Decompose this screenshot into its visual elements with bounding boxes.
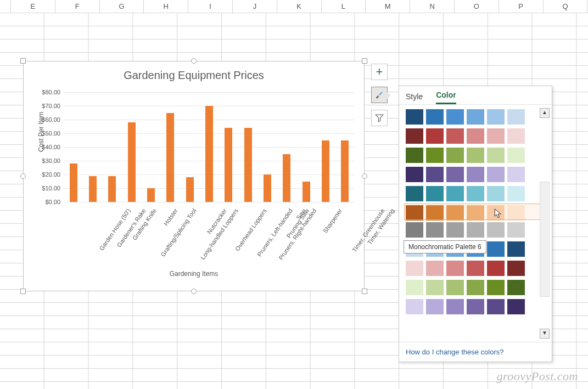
bar[interactable] bbox=[283, 154, 290, 202]
color-swatch bbox=[406, 186, 423, 201]
color-swatch bbox=[446, 167, 464, 182]
column-header[interactable]: Q bbox=[544, 0, 588, 13]
color-swatch bbox=[507, 109, 525, 125]
palette-option[interactable] bbox=[406, 109, 539, 125]
watermark: groovyPost.com bbox=[496, 369, 578, 384]
selection-handle[interactable] bbox=[20, 173, 26, 179]
palette-option[interactable] bbox=[406, 186, 539, 201]
plus-icon: + bbox=[376, 65, 383, 79]
color-swatch bbox=[446, 186, 464, 201]
color-swatch bbox=[467, 109, 484, 125]
selection-handle[interactable] bbox=[362, 289, 367, 294]
color-swatch bbox=[426, 299, 444, 314]
bar[interactable] bbox=[225, 128, 232, 202]
color-swatch bbox=[487, 186, 505, 201]
bar[interactable] bbox=[205, 106, 213, 202]
scrollbar-track[interactable] bbox=[540, 182, 550, 297]
color-swatch bbox=[507, 241, 525, 257]
color-swatch bbox=[507, 280, 525, 295]
color-swatch bbox=[467, 148, 484, 163]
palette-option[interactable] bbox=[406, 222, 539, 238]
color-swatch bbox=[426, 186, 444, 201]
column-header[interactable]: E bbox=[11, 0, 55, 13]
tab-style[interactable]: Style bbox=[406, 92, 423, 104]
bar[interactable] bbox=[341, 140, 349, 202]
palette-option[interactable] bbox=[406, 280, 539, 295]
chart-object[interactable]: Gardening Equipment Prices Cost Per Item… bbox=[23, 61, 365, 291]
palette-list[interactable]: ▲ ▼ bbox=[399, 105, 552, 342]
y-tick-label: $30.00 bbox=[42, 157, 64, 164]
bar[interactable] bbox=[322, 140, 329, 202]
palette-option[interactable] bbox=[406, 128, 539, 144]
selection-handle[interactable] bbox=[362, 173, 367, 179]
selection-handle[interactable] bbox=[191, 58, 197, 64]
bar[interactable] bbox=[89, 176, 97, 202]
column-header[interactable]: I bbox=[188, 0, 233, 13]
color-swatch bbox=[406, 261, 423, 276]
column-header[interactable]: N bbox=[410, 0, 455, 13]
color-swatch bbox=[487, 205, 505, 221]
bar[interactable] bbox=[70, 164, 77, 202]
chart-filters-button[interactable] bbox=[371, 110, 388, 126]
column-header[interactable]: F bbox=[55, 0, 100, 13]
tab-color[interactable]: Color bbox=[436, 91, 456, 104]
color-swatch bbox=[426, 261, 444, 276]
y-tick-label: $80.00 bbox=[42, 89, 64, 95]
x-tick-label: Sharpener bbox=[322, 207, 343, 234]
bar[interactable] bbox=[166, 113, 174, 202]
column-header[interactable]: O bbox=[455, 0, 499, 13]
color-swatch bbox=[406, 280, 423, 295]
palette-option[interactable] bbox=[406, 261, 539, 276]
color-swatch bbox=[446, 222, 464, 238]
bar[interactable] bbox=[108, 176, 116, 202]
column-header[interactable]: J bbox=[233, 0, 277, 13]
color-swatch bbox=[487, 167, 505, 182]
bar[interactable] bbox=[264, 174, 271, 202]
color-swatch bbox=[446, 205, 464, 221]
color-swatch bbox=[406, 167, 423, 182]
column-header[interactable]: P bbox=[499, 0, 544, 13]
scroll-down-button[interactable]: ▼ bbox=[540, 329, 550, 339]
color-swatch bbox=[426, 167, 444, 182]
bar[interactable] bbox=[303, 182, 310, 202]
column-header-row: EFGHIJKLMNOPQ bbox=[0, 0, 588, 13]
bar[interactable] bbox=[244, 128, 252, 202]
color-swatch bbox=[487, 109, 505, 125]
y-tick-label: $20.00 bbox=[42, 171, 64, 178]
selection-handle[interactable] bbox=[191, 289, 197, 294]
palette-tooltip: Monochromatic Palette 6 bbox=[404, 240, 486, 253]
chart-styles-button[interactable] bbox=[371, 87, 388, 103]
selection-handle[interactable] bbox=[362, 58, 367, 64]
bar[interactable] bbox=[147, 188, 155, 202]
chart-elements-button[interactable]: + bbox=[371, 64, 388, 80]
selection-handle[interactable] bbox=[20, 289, 26, 294]
x-axis-title[interactable]: Gardening Items bbox=[24, 270, 364, 278]
color-swatch bbox=[467, 222, 484, 238]
palette-option[interactable] bbox=[406, 167, 539, 182]
x-tick-label: Holster bbox=[163, 207, 179, 227]
color-swatch bbox=[487, 299, 505, 314]
column-header[interactable]: M bbox=[366, 0, 410, 13]
flyout-help-link[interactable]: How do I change these colors? bbox=[399, 342, 552, 362]
color-swatch bbox=[426, 280, 444, 295]
color-swatch bbox=[507, 128, 525, 144]
x-axis-labels[interactable]: Garden Hose (50')Gardener's RakeGrafting… bbox=[64, 204, 355, 270]
column-header[interactable]: H bbox=[144, 0, 188, 13]
color-swatch bbox=[406, 205, 423, 221]
palette-option[interactable] bbox=[406, 299, 539, 314]
color-swatch bbox=[487, 261, 505, 276]
bar[interactable] bbox=[128, 122, 136, 202]
bar[interactable] bbox=[186, 177, 194, 202]
column-header[interactable]: G bbox=[100, 0, 144, 13]
palette-option[interactable] bbox=[405, 204, 540, 219]
chart-title[interactable]: Gardening Equipment Prices bbox=[24, 69, 364, 82]
color-swatch bbox=[467, 205, 484, 221]
scroll-up-button[interactable]: ▲ bbox=[540, 108, 550, 118]
plot-area[interactable]: $0.00$10.00$20.00$30.00$40.00$50.00$60.0… bbox=[64, 92, 355, 202]
selection-handle[interactable] bbox=[20, 58, 26, 64]
column-header[interactable]: L bbox=[322, 0, 366, 13]
column-header[interactable]: K bbox=[277, 0, 322, 13]
palette-option[interactable] bbox=[406, 148, 539, 163]
color-swatch bbox=[406, 109, 423, 125]
flyout-tabbar: Style Color bbox=[399, 86, 552, 105]
